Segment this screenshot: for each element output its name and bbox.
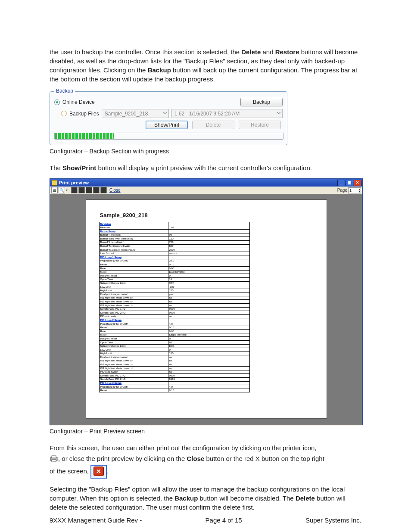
table-row: IN3 high limit shuts down ctrlno: [99, 304, 249, 308]
table-row: IN1 high limit shuts down ctrlno: [99, 296, 249, 300]
show-print-button[interactable]: Show/Print: [146, 121, 188, 129]
table-row: Cycle Time60: [99, 341, 249, 345]
close-x-icon-inline: ✕: [90, 465, 107, 479]
online-device-label: Online Device: [62, 99, 95, 105]
table-row: ModeDual Reverse: [99, 270, 249, 274]
online-device-radio[interactable]: [54, 100, 60, 105]
table-row: Burnoff Minimum Millivolts800: [99, 244, 249, 248]
backup-progress-fill: [55, 133, 114, 139]
print-preview-paper: Sample_9200_218 RevisionRevision1.62Prob…: [86, 199, 327, 419]
maximize-icon[interactable]: ▣: [346, 180, 353, 186]
footer-left: 9XXX Management Guide Rev -: [50, 516, 142, 524]
table-row: Burnoff Maximum Temperature2000: [99, 248, 249, 252]
backup-button[interactable]: Backup: [240, 98, 283, 106]
footer-right: Super Systems Inc.: [305, 516, 361, 524]
table-row: Switch Point PID 2->39999: [99, 377, 249, 381]
backup-bold-2: Backup: [174, 495, 198, 502]
para1-b: and: [261, 48, 275, 56]
para3c-a: of the screen,: [50, 467, 90, 475]
svg-rect-2: [52, 460, 56, 462]
backup-files-label: Backup Files: [69, 111, 99, 117]
one-page-icon[interactable]: [71, 187, 78, 193]
para-2: The Show/Print button will display a pri…: [50, 163, 361, 172]
table-row: Switch Point PID 2->39999: [99, 311, 249, 315]
table-row: Setpoint Change LimitOFF: [99, 281, 249, 285]
six-page-icon[interactable]: [100, 187, 107, 193]
table-row: Revision: [99, 222, 249, 226]
page-spinner[interactable]: 1▴▾: [348, 187, 361, 193]
caption-backup: Configurator – Backup Section with progr…: [50, 148, 361, 155]
table-row: IN3 high limit shuts down ctrlno: [99, 367, 249, 370]
backup-file-date-value: 1.62 - 1/16/2007 9:52:20 AM: [174, 111, 240, 117]
para-4: Selecting the "Backup Files" option will…: [50, 485, 361, 512]
page-label: Page: [337, 188, 347, 193]
printer-icon[interactable]: 🖶: [51, 187, 58, 193]
table-row: IN1 high limit shuts down ctrlno: [99, 359, 249, 363]
table-row: IN2 high limit shuts down ctrlno: [99, 363, 249, 367]
table-row: Low Limit0: [99, 348, 249, 352]
backup-file-name-dropdown[interactable]: Sample_9200_218: [102, 109, 169, 118]
table-row: PID auto switchno: [99, 370, 249, 374]
four-page-icon[interactable]: [93, 187, 100, 193]
table-row: Low Limit-100: [99, 285, 249, 289]
table-row: PID Loop 2 Setup: [99, 318, 249, 322]
restore-bold: Restore: [275, 48, 299, 56]
para-3b: , or close the print preview by clicking…: [50, 454, 361, 463]
table-row: Rate0.00: [99, 330, 249, 333]
config-table: RevisionRevision1.62Probe SetupBurnoff T…: [99, 222, 250, 392]
caption-print-preview: Configurator – Print Preview screen: [50, 428, 361, 435]
table-row: Setpoint Change Limit80%: [99, 344, 249, 348]
para1-a: the user to backup the controller. Once …: [50, 48, 241, 56]
table-row: Last Burnoffautomt: [99, 252, 249, 255]
table-row: Dual point stage controlyes: [99, 292, 249, 296]
delete-button[interactable]: Delete: [192, 121, 234, 129]
backup-progress-bar: [54, 133, 283, 140]
table-row: Integral Preset0: [99, 337, 249, 341]
footer-center: Page 4 of 15: [206, 516, 242, 524]
table-row: Dual point stage controlno: [99, 355, 249, 359]
para3c-b: .: [107, 467, 109, 475]
print-preview-titlebar[interactable]: Print preview _ ▣ ✕: [50, 179, 362, 187]
delete-bold: Delete: [241, 48, 261, 56]
print-preview-canvas: Sample_9200_218 RevisionRevision1.62Prob…: [50, 194, 362, 425]
close-bold: Close: [187, 455, 204, 462]
minimize-icon[interactable]: _: [337, 180, 345, 186]
para2-b: button will display a print preview with…: [96, 164, 312, 171]
table-row: High Limit100: [99, 289, 249, 292]
backup-file-name-value: Sample_9200_218: [105, 111, 148, 117]
table-row: Switch Point PID 1->29999: [99, 374, 249, 378]
two-page-icon[interactable]: [78, 187, 85, 193]
para-1: the user to backup the controller. Once …: [50, 47, 361, 84]
para-3: From this screen, the user can either pr…: [50, 443, 361, 452]
table-row: High Limit100: [99, 352, 249, 355]
toolbar-close-button[interactable]: Close: [109, 188, 121, 193]
backup-file-date-dropdown[interactable]: 1.62 - 1/16/2007 9:52:20 AM: [171, 109, 283, 118]
backup-files-radio[interactable]: [61, 111, 67, 116]
table-row: Reset0.10: [99, 326, 249, 330]
preview-doc-title: Sample_9200_218: [100, 212, 314, 218]
page-value: 1: [349, 188, 352, 193]
chevron-down-icon: [163, 111, 167, 115]
backup-legend: Backup: [54, 88, 75, 94]
restore-button[interactable]: Restore: [239, 121, 281, 129]
zoom-dropdown-arrow[interactable]: ▾: [66, 188, 68, 192]
svg-rect-1: [52, 456, 56, 458]
table-row: PID Loop 1 Setup: [99, 255, 249, 259]
table-row: Reset0.10: [99, 389, 249, 392]
table-row: Burnoff Interval (min)720: [99, 240, 249, 244]
para3b-a: , or close the print preview by clicking…: [58, 455, 187, 462]
zoom-icon[interactable]: 🔍: [59, 187, 65, 193]
table-row: PID Loop 3 Setup: [99, 381, 249, 385]
close-icon[interactable]: ✕: [354, 180, 361, 186]
window-app-icon: [52, 180, 57, 186]
table-row: Rate0.00: [99, 267, 249, 271]
three-page-icon[interactable]: [86, 187, 92, 193]
table-row: Integral Preset0: [99, 274, 249, 278]
para3-text: From this screen, the user can either pr…: [50, 444, 316, 451]
table-row: Prop Band (0 for On/Off)4.0: [99, 385, 249, 389]
para2-a: The: [50, 164, 62, 171]
table-row: Probe Setup: [99, 230, 249, 233]
print-preview-title: Print preview: [59, 180, 89, 185]
page-footer: 9XXX Management Guide Rev - Page 4 of 15…: [50, 516, 361, 524]
para4-b: button will become disabled. The: [198, 495, 296, 502]
